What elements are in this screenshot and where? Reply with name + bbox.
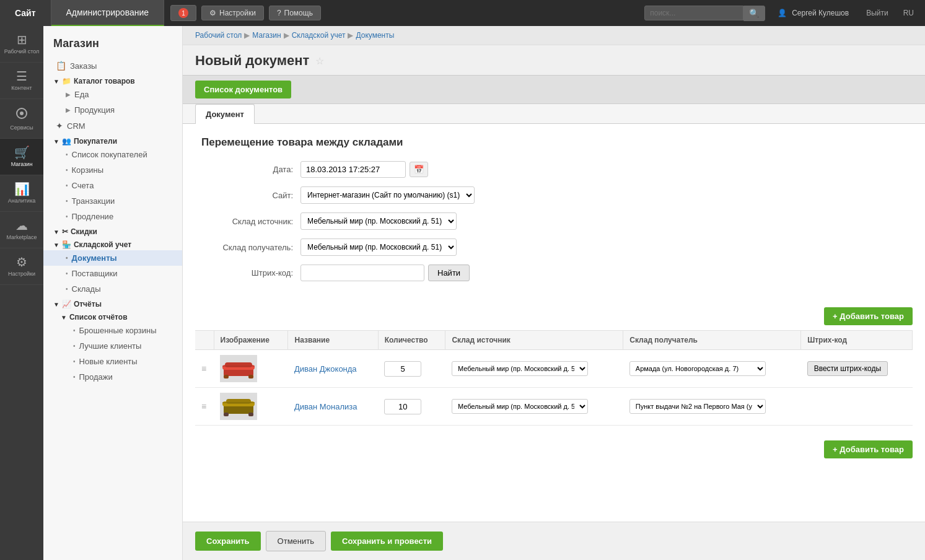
drag-handle-icon[interactable]: ≡ (201, 364, 206, 374)
sidebar-item-new-clients[interactable]: • Новые клиенты (43, 354, 182, 369)
sidebar-item-documents[interactable]: • Документы (43, 250, 182, 266)
sidebar-section-discounts[interactable]: ▼ ✂ Скидки (43, 224, 182, 237)
source-warehouse-select-1[interactable]: Мебельный мир (пр. Московский д. 51) (452, 361, 588, 376)
sidebar-item-food[interactable]: ▶ Еда (43, 87, 182, 102)
sidebar-item-sales[interactable]: • Продажи (43, 369, 182, 385)
breadcrumb-warehouse[interactable]: Складской учет (292, 31, 346, 40)
source-warehouse-select[interactable]: Мебельный мир (пр. Московский д. 51) (300, 212, 457, 230)
add-product-top-button[interactable]: + Добавить товар (824, 307, 913, 325)
user-icon: 👤 (778, 9, 787, 17)
th-name: Название (288, 331, 378, 350)
breadcrumb: Рабочий стол ▶ Магазин ▶ Складской учет … (183, 26, 925, 45)
dest-cell-2: Пункт выдачи №2 на Первого Мая (ул. Перв (623, 388, 801, 426)
warehouse-label: Складской учет (74, 240, 131, 249)
sidebar-section-catalog[interactable]: ▼ 📁 Каталог товаров (43, 74, 182, 87)
sidebar-section-reports[interactable]: ▼ 📈 Отчёты (43, 297, 182, 310)
sidebar-section-buyers[interactable]: ▼ 👥 Покупатели (43, 134, 182, 147)
subscriptions-label: Продление (72, 212, 114, 221)
sidebar-item-buyer-list[interactable]: • Список покупателей (43, 147, 182, 162)
admin-tab[interactable]: Администрирование (51, 0, 165, 26)
sidebar-item-transactions[interactable]: • Транзакции (43, 193, 182, 209)
drag-handle-icon[interactable]: ≡ (201, 401, 206, 411)
favorite-icon[interactable]: ☆ (315, 55, 324, 67)
barcode-cell-1: Ввести штрих-коды (801, 350, 913, 388)
date-input[interactable] (300, 161, 406, 178)
documents-list-button[interactable]: Список документов (195, 81, 291, 98)
logout-button[interactable]: Выйти (861, 9, 893, 17)
add-product-bottom-button[interactable]: + Добавить товар (824, 440, 913, 458)
sidebar-item-content[interactable]: ☰ Контент (0, 63, 43, 99)
buyers-label: Покупатели (74, 137, 117, 146)
source-warehouse-select-2[interactable]: Мебельный мир (пр. Московский д. 51) (452, 399, 588, 414)
calendar-button[interactable]: 📅 (410, 162, 428, 177)
site-tab[interactable]: Сайт (0, 0, 51, 26)
cancel-button[interactable]: Отменить (266, 531, 326, 551)
tab-document[interactable]: Документ (195, 104, 255, 124)
barcode-input[interactable] (300, 265, 424, 281)
help-button[interactable]: ? Помощь (269, 6, 321, 20)
content-label: Контент (11, 85, 32, 91)
search-input[interactable] (644, 6, 743, 20)
breadcrumb-dashboard[interactable]: Рабочий стол (195, 31, 242, 40)
search-container: 🔍 (644, 6, 765, 21)
sidebar-item-carts[interactable]: • Корзины (43, 162, 182, 178)
sidebar-item-invoices[interactable]: • Счета (43, 178, 182, 193)
dest-warehouse-control: Мебельный мир (пр. Московский д. 51) (300, 238, 457, 256)
sidebar-section-report-list[interactable]: ▼ Список отчётов (43, 310, 182, 323)
save-post-button[interactable]: Сохранить и провести (331, 532, 443, 551)
lang-selector[interactable]: RU (898, 9, 919, 17)
bullet-icon: • (66, 151, 68, 158)
name-cell-1: Диван Джоконда (288, 350, 378, 388)
qty-input-1[interactable] (384, 361, 421, 377)
breadcrumb-documents[interactable]: Документы (356, 31, 394, 40)
sidebar-section-warehouse[interactable]: ▼ 🏪 Складской учет (43, 237, 182, 250)
product-link-1[interactable]: Диван Джоконда (294, 364, 357, 374)
site-tab-label: Сайт (15, 8, 36, 18)
barcode-control: Найти (300, 265, 470, 281)
sidebar-item-abandoned-carts[interactable]: • Брошенные корзины (43, 323, 182, 338)
sidebar-item-dashboard[interactable]: ⊞ Рабочий стол (0, 26, 43, 63)
site-select[interactable]: Интернет-магазин (Сайт по умолчанию) (s1… (300, 186, 475, 204)
find-button[interactable]: Найти (428, 265, 470, 281)
gear-icon: ⚙ (209, 9, 216, 17)
sidebar-item-crm[interactable]: ✦ CRM (43, 118, 182, 134)
sidebar-item-settings[interactable]: ⚙ Настройки (0, 248, 43, 285)
sidebar-item-orders[interactable]: 📋 Заказы (43, 58, 182, 74)
dest-warehouse-select[interactable]: Мебельный мир (пр. Московский д. 51) (300, 238, 457, 256)
messages-badge: 1 (178, 8, 188, 18)
source-warehouse-row: Склад источник: Мебельный мир (пр. Моско… (201, 212, 906, 230)
sidebar-item-services[interactable]: Сервисы (0, 99, 43, 139)
qty-input-2[interactable] (384, 399, 421, 414)
dest-warehouse-select-2[interactable]: Пункт выдачи №2 на Первого Мая (ул. Перв (629, 399, 766, 414)
breadcrumb-shop[interactable]: Магазин (252, 31, 281, 40)
add-product-top-row: + Добавить товар (183, 302, 925, 330)
sidebar-item-analytics[interactable]: 📊 Аналитика (0, 175, 43, 212)
sidebar-item-best-clients[interactable]: • Лучшие клиенты (43, 338, 182, 354)
messages-button[interactable]: 1 (170, 5, 196, 21)
sidebar-item-shop[interactable]: 🛒 Магазин (0, 139, 43, 175)
marketplace-icon: ☁ (15, 219, 28, 232)
buyer-list-label: Список покупателей (72, 150, 147, 159)
help-label: Помощь (284, 9, 313, 17)
product-link-2[interactable]: Диван Монализа (294, 402, 357, 411)
date-control: 📅 (300, 161, 428, 178)
save-button[interactable]: Сохранить (195, 532, 261, 551)
sidebar-item-suppliers[interactable]: • Поставщики (43, 266, 182, 281)
site-label: Сайт: (201, 191, 300, 200)
sidebar-item-warehouses[interactable]: • Склады (43, 281, 182, 297)
settings-button[interactable]: ⚙ Настройки (201, 6, 264, 20)
product-image-1 (220, 355, 257, 382)
barcode-button-1[interactable]: Ввести штрих-коды (807, 361, 888, 376)
sidebar-item-products[interactable]: ▶ Продукция (43, 102, 182, 118)
search-button[interactable]: 🔍 (743, 6, 765, 21)
sidebar-item-subscriptions[interactable]: • Продление (43, 209, 182, 224)
dest-warehouse-label: Склад получатель: (201, 243, 300, 252)
sidebar-item-marketplace[interactable]: ☁ Marketplace (0, 212, 43, 248)
collapse-arrow-icon: ▼ (53, 78, 59, 85)
crm-icon: ✦ (56, 121, 63, 131)
dest-warehouse-row: Склад получатель: Мебельный мир (пр. Мос… (201, 238, 906, 256)
barcode-row: Штрих-код: Найти (201, 265, 906, 281)
food-label: Еда (74, 90, 89, 99)
admin-tab-label: Администрирование (66, 7, 149, 17)
dest-warehouse-select-1[interactable]: Армада (ул. Новогородская д. 7) (629, 361, 766, 376)
